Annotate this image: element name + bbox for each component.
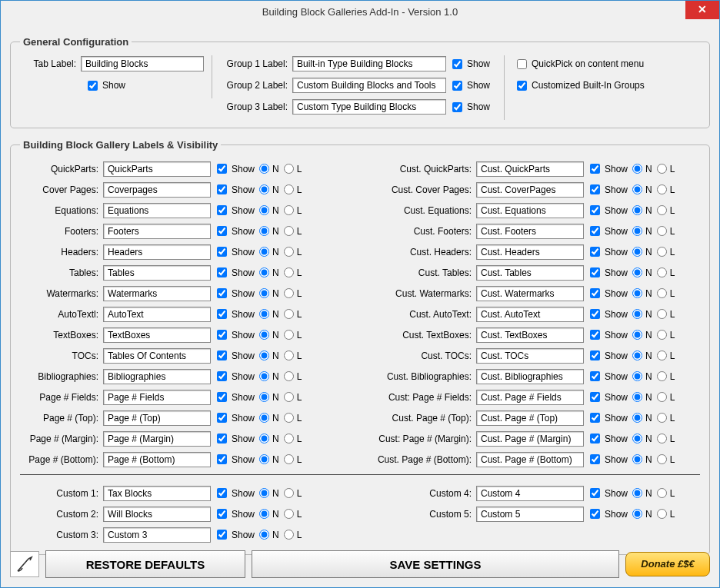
radio-n[interactable]: [632, 413, 642, 423]
gallery-show-checkbox[interactable]: [217, 267, 227, 277]
radio-n[interactable]: [632, 371, 642, 381]
radio-l[interactable]: [657, 350, 667, 360]
gallery-show-checkbox[interactable]: [590, 350, 600, 360]
radio-l[interactable]: [284, 434, 294, 443]
save-settings-button[interactable]: SAVE SETTINGS: [252, 550, 619, 578]
radio-l[interactable]: [284, 454, 294, 464]
gallery-row-input[interactable]: [103, 348, 211, 364]
gallery-row-input[interactable]: [476, 486, 584, 501]
gallery-row-input[interactable]: [476, 182, 584, 198]
radio-n[interactable]: [259, 267, 269, 277]
radio-l[interactable]: [657, 267, 667, 277]
quickpick-checkbox[interactable]: [517, 59, 527, 69]
gallery-row-input[interactable]: [103, 486, 211, 501]
gallery-row-input[interactable]: [103, 244, 211, 260]
radio-l[interactable]: [657, 454, 667, 464]
gallery-row-input[interactable]: [476, 244, 584, 260]
gallery-row-input[interactable]: [103, 431, 211, 447]
radio-l[interactable]: [657, 392, 667, 402]
radio-n[interactable]: [259, 247, 269, 257]
radio-n[interactable]: [259, 350, 269, 360]
radio-n[interactable]: [259, 288, 269, 298]
radio-n[interactable]: [259, 392, 269, 402]
gallery-show-checkbox[interactable]: [217, 392, 227, 402]
gallery-show-checkbox[interactable]: [590, 267, 600, 277]
gallery-row-input[interactable]: [103, 507, 211, 522]
radio-l[interactable]: [284, 288, 294, 298]
radio-n[interactable]: [632, 454, 642, 464]
gallery-show-checkbox[interactable]: [217, 434, 227, 443]
gallery-show-checkbox[interactable]: [590, 164, 600, 174]
radio-l[interactable]: [284, 205, 294, 215]
radio-l[interactable]: [284, 413, 294, 423]
gallery-row-input[interactable]: [476, 507, 584, 522]
radio-n[interactable]: [259, 226, 269, 236]
group1-show-checkbox[interactable]: [452, 59, 462, 69]
radio-n[interactable]: [259, 205, 269, 215]
radio-l[interactable]: [284, 226, 294, 236]
radio-l[interactable]: [657, 509, 667, 519]
gallery-show-checkbox[interactable]: [590, 413, 600, 423]
gallery-show-checkbox[interactable]: [217, 330, 227, 340]
gallery-row-input[interactable]: [103, 390, 211, 405]
radio-n[interactable]: [632, 434, 642, 443]
gallery-show-checkbox[interactable]: [590, 488, 600, 498]
radio-n[interactable]: [632, 392, 642, 402]
radio-l[interactable]: [284, 530, 294, 540]
gallery-row-input[interactable]: [103, 369, 211, 384]
gallery-show-checkbox[interactable]: [217, 488, 227, 498]
radio-l[interactable]: [657, 164, 667, 174]
gallery-show-checkbox[interactable]: [217, 164, 227, 174]
restore-defaults-button[interactable]: RESTORE DEFAULTS: [45, 550, 245, 578]
radio-l[interactable]: [657, 226, 667, 236]
radio-n[interactable]: [259, 413, 269, 423]
radio-l[interactable]: [657, 205, 667, 215]
radio-n[interactable]: [632, 309, 642, 319]
radio-n[interactable]: [259, 488, 269, 498]
radio-l[interactable]: [657, 309, 667, 319]
gallery-show-checkbox[interactable]: [217, 530, 227, 540]
gallery-show-checkbox[interactable]: [217, 184, 227, 194]
radio-n[interactable]: [632, 330, 642, 340]
gallery-row-input[interactable]: [103, 203, 211, 218]
gallery-row-input[interactable]: [476, 452, 584, 467]
gallery-show-checkbox[interactable]: [217, 509, 227, 519]
gallery-row-input[interactable]: [476, 431, 584, 447]
radio-n[interactable]: [259, 434, 269, 443]
radio-l[interactable]: [284, 309, 294, 319]
gallery-row-input[interactable]: [103, 265, 211, 281]
anchor-icon[interactable]: [10, 551, 39, 577]
radio-n[interactable]: [632, 247, 642, 257]
gallery-show-checkbox[interactable]: [217, 205, 227, 215]
gallery-row-input[interactable]: [476, 203, 584, 218]
gallery-row-input[interactable]: [103, 161, 211, 177]
tab-show-checkbox[interactable]: [88, 81, 98, 91]
gallery-show-checkbox[interactable]: [217, 247, 227, 257]
gallery-show-checkbox[interactable]: [217, 226, 227, 236]
gallery-show-checkbox[interactable]: [590, 454, 600, 464]
radio-n[interactable]: [259, 309, 269, 319]
close-button[interactable]: ✕: [685, 1, 719, 19]
radio-l[interactable]: [284, 509, 294, 519]
group2-show-checkbox[interactable]: [452, 81, 462, 91]
group2-input[interactable]: [292, 78, 446, 93]
group3-input[interactable]: [292, 99, 446, 115]
gallery-show-checkbox[interactable]: [590, 309, 600, 319]
gallery-show-checkbox[interactable]: [590, 226, 600, 236]
radio-n[interactable]: [632, 488, 642, 498]
radio-l[interactable]: [284, 184, 294, 194]
radio-n[interactable]: [259, 371, 269, 381]
gallery-show-checkbox[interactable]: [590, 184, 600, 194]
radio-l[interactable]: [657, 184, 667, 194]
gallery-show-checkbox[interactable]: [217, 288, 227, 298]
gallery-row-input[interactable]: [476, 348, 584, 364]
radio-n[interactable]: [259, 164, 269, 174]
radio-l[interactable]: [284, 247, 294, 257]
gallery-show-checkbox[interactable]: [590, 247, 600, 257]
tab-label-input[interactable]: [81, 56, 204, 71]
radio-l[interactable]: [284, 488, 294, 498]
gallery-show-checkbox[interactable]: [590, 205, 600, 215]
gallery-row-input[interactable]: [476, 265, 584, 281]
radio-l[interactable]: [284, 392, 294, 402]
radio-n[interactable]: [632, 288, 642, 298]
